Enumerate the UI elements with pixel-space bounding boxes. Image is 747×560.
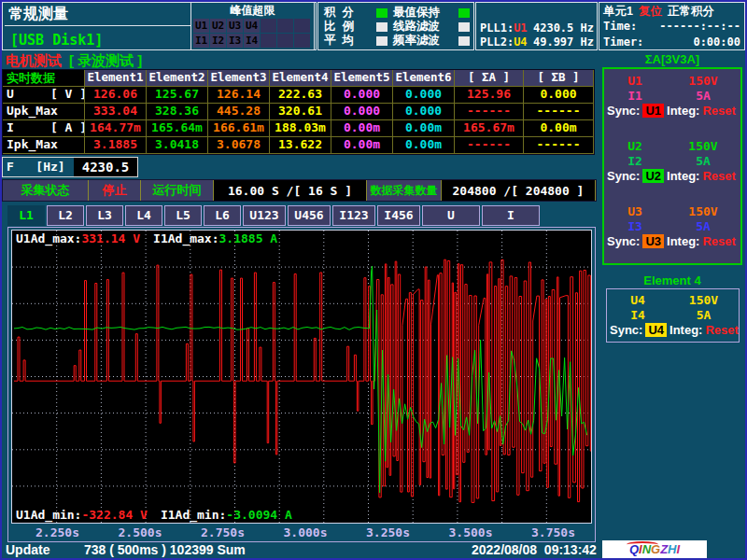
tab-l4[interactable]: L4 [125, 205, 162, 226]
toggle-label: 平 均 [324, 33, 354, 49]
timer-row: Timer: 0:00:00 [603, 35, 740, 50]
toggle-checkbox[interactable] [458, 22, 470, 32]
col-header: Element2 [147, 70, 208, 87]
channel-voltage-line: U1150V [604, 73, 740, 88]
toggle-checkbox[interactable] [458, 36, 470, 46]
table-cell: 320.61 [270, 104, 331, 120]
sync-line: Sync:U3Integ:Reset [604, 233, 740, 248]
channel-current-line: I25A [604, 153, 740, 168]
table-cell: 3.0418 [147, 137, 208, 154]
motor-test-label: 电机测试 [6, 52, 62, 70]
channel-voltage-line: U2150V [604, 138, 740, 153]
annotation-label: I1Ad_min: [161, 508, 226, 522]
table-cell: 0.00m [524, 120, 594, 137]
x-tick-label: 3.000s [284, 525, 328, 540]
tab-u123[interactable]: U123 [243, 205, 286, 226]
peak-cell-empty [294, 34, 310, 48]
voltage-channel-label: U2 [604, 139, 666, 153]
table-cell: 0.00m [331, 137, 393, 154]
tab-l6[interactable]: L6 [204, 205, 241, 226]
tab-l1[interactable]: L1 [7, 205, 45, 226]
table-cell: 0.000 [393, 87, 455, 104]
table-cell: 0.00m [393, 137, 455, 154]
row-label: Upk_Max [3, 104, 85, 120]
timer-value: 0:00:00 [693, 35, 740, 50]
e4-voltage-range: 150V [669, 293, 739, 307]
integ-status: Reset [702, 169, 735, 183]
toggle-checkbox[interactable] [376, 36, 388, 46]
table-cell: 3.1885 [85, 137, 147, 154]
toggle-checkbox[interactable] [458, 8, 470, 18]
acq-status-label: 采集状态 [3, 180, 89, 201]
peak-cell-i2: I2 [210, 34, 226, 48]
element4-title: Element 4 [602, 273, 742, 287]
col-header: Element5 [331, 70, 393, 87]
annotation-value: -3.0094 A [226, 508, 291, 522]
current-channel-label: I2 [604, 154, 666, 168]
table-cell: 445.28 [208, 104, 270, 120]
pll-name: PLL1: [480, 21, 514, 35]
sync-label: Sync: [607, 104, 640, 118]
tab-i456[interactable]: I456 [377, 205, 420, 226]
frequency-box: F [Hz] 4230.5 [2, 157, 138, 177]
channel-block-2: U2150VI25ASync:U2Integ:Reset [604, 138, 740, 183]
runtime-label: 运行时间 [141, 180, 214, 201]
tab-i123[interactable]: I123 [332, 205, 375, 226]
peak-overlimit-grid: U1U2U3U4I1I2I3I4 [193, 18, 310, 48]
pll-name: PLL2: [480, 35, 514, 49]
col-header: [ ΣA ] [455, 70, 524, 87]
peak-cell-i1: I1 [193, 34, 209, 48]
logo-arc-decoration [627, 541, 658, 548]
time-row: Time: ------:--:-- [603, 20, 740, 35]
tab-l5[interactable]: L5 [164, 205, 202, 226]
sync-source-badge: U1 [642, 104, 664, 118]
toggle-checkbox[interactable] [376, 8, 388, 18]
table-cell: 0.000 [393, 104, 455, 120]
col-header: Element1 [85, 70, 147, 87]
sigma-wiring-title: ΣA[3V3A] [600, 52, 744, 66]
e4-integ-label: Integ: [669, 323, 702, 337]
timer-label: Timer: [603, 35, 643, 50]
e4-sync-source-badge: U4 [645, 323, 667, 337]
recording-test-label: [ 录波测试 ] [69, 52, 142, 70]
table-cell: ------ [524, 137, 594, 154]
peak-cell-u2: U2 [210, 19, 226, 33]
table-cell: 328.36 [147, 104, 208, 120]
annotation-value: -322.84 V [81, 508, 147, 522]
mode-line: 电机测试 [ 录波测试 ] [6, 52, 142, 70]
u1-trace [14, 259, 591, 502]
peak-cell-i4: I4 [244, 34, 260, 48]
peak-cell-u3: U3 [227, 19, 243, 33]
toggle-row-1: 比 例 [321, 20, 390, 34]
pll-panel: PLL1:U14230.5 HzPLL2:U449.997 Hz [475, 2, 598, 50]
voltage-channel-label: U3 [604, 204, 666, 218]
voltage-range: 150V [666, 204, 740, 218]
x-tick-label: 3.750s [531, 525, 575, 540]
annotation-label: U1Ad_max: [16, 231, 81, 245]
pll-line: PLL2:U449.997 Hz [480, 35, 594, 49]
table-cell: 165.67m [455, 120, 524, 137]
unit-mode: 正常积分 [668, 4, 714, 19]
e4-sync-label: Sync: [610, 323, 642, 337]
table-cell: 126.14 [208, 87, 270, 104]
tab-l3[interactable]: L3 [86, 205, 123, 226]
channel-current-line: I35A [604, 218, 740, 233]
frequency-value: 4230.5 [74, 158, 137, 176]
toggle-checkbox[interactable] [376, 22, 388, 32]
tab-u456[interactable]: U456 [288, 205, 331, 226]
table-cell: 333.04 [85, 104, 147, 120]
table-cell: ------ [455, 137, 524, 154]
pll-source: U4 [514, 35, 530, 49]
table-cell: 125.96 [455, 87, 524, 104]
current-range: 5A [666, 89, 740, 103]
unit-label: 单元1 [603, 4, 633, 19]
acquisition-bar: 采集状态 停止 运行时间 16.00 S /[ 16 S ] 数据采集数量 20… [2, 179, 597, 202]
tab-i[interactable]: I [482, 205, 540, 226]
e4-current-channel: I4 [607, 308, 669, 322]
pll-value: 49.997 Hz [530, 35, 594, 49]
tab-u[interactable]: U [422, 205, 480, 226]
tab-l2[interactable]: L2 [47, 205, 84, 226]
x-axis: 2.250s2.500s2.750s3.000s3.250s3.500s3.75… [11, 525, 592, 540]
row-label: Ipk_Max [3, 137, 85, 154]
current-range: 5A [666, 219, 740, 233]
